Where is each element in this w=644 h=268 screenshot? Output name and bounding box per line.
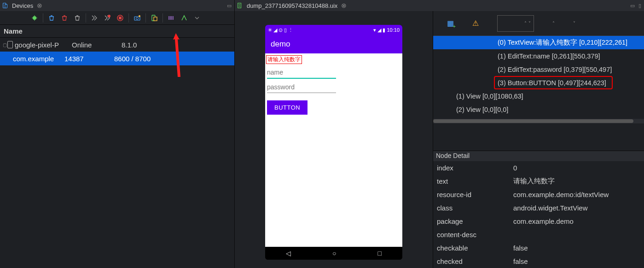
devices-tab-header: Devices ⊗ ▭	[0, 0, 234, 11]
svg-rect-1	[5, 4, 7, 8]
wechat-icon: ✳	[268, 27, 272, 33]
sim-icon: ▯	[284, 27, 287, 33]
trash-blue-icon[interactable]	[46, 12, 58, 23]
tree-node[interactable]: (3) Button:BUTTON [0,497][244,623]	[433, 76, 644, 89]
trash-red-icon[interactable]	[58, 12, 70, 23]
name-input[interactable]	[267, 67, 336, 79]
dump-close-icon[interactable]: ⊗	[339, 2, 348, 9]
threads-stop-icon[interactable]	[101, 12, 113, 23]
svg-rect-5	[119, 17, 122, 19]
threads-icon[interactable]	[88, 12, 100, 23]
tree-node[interactable]: (1) EditText:name [0,261][550,379]	[433, 49, 644, 63]
svg-point-7	[136, 17, 139, 19]
chevron-up-icon[interactable]: ˄	[524, 21, 527, 26]
detail-row: resource-idcom.example.demo:id/textView	[433, 188, 644, 201]
dump-title: dump_2377160957432810488.uix	[247, 2, 337, 9]
phone-content: 请输入纯数字 BUTTON	[265, 53, 402, 247]
devices-panel: Devices ⊗ ▭ Name ▢ google-pixel-	[0, 0, 235, 268]
phone-appbar: demo	[265, 35, 402, 53]
node-detail-table: index0 text请输入纯数字 resource-idcom.example…	[433, 161, 644, 268]
password-input[interactable]	[267, 82, 336, 93]
phone-icon	[7, 41, 13, 48]
bug-start-icon[interactable]	[29, 12, 41, 23]
submit-button[interactable]: BUTTON	[267, 100, 307, 115]
svg-point-8	[139, 15, 140, 17]
nav-home-icon[interactable]: ○	[332, 250, 336, 257]
stop-icon[interactable]	[114, 12, 126, 23]
detail-row: text请输入纯数字	[433, 175, 644, 188]
svg-point-3	[108, 15, 110, 17]
nav-back-icon[interactable]: ◁	[286, 250, 291, 257]
device-row[interactable]: ▢ google-pixel-P Online 8.1.0	[0, 38, 234, 52]
hierarchy-tree[interactable]: (0) TextView:请输入纯数字 [0,210][222,261] (1)…	[433, 36, 644, 151]
process-row[interactable]: com.example 14387 8600 / 8700	[0, 52, 234, 65]
detail-row: checkablefalse	[433, 241, 644, 255]
inspector-panel: ▦+ ⚠ ˄ ˅ ˄ ˅ (0) TextView:请输入纯数字 [0,210]…	[433, 11, 644, 268]
phone-time: 10:10	[387, 27, 400, 33]
tree-node[interactable]: (0) TextView:请输入纯数字 [0,210][222,261]	[433, 36, 644, 49]
signal-icon: ◢	[273, 27, 277, 33]
search-combo[interactable]: ˄ ˅	[497, 15, 534, 32]
next-icon[interactable]: ˅	[573, 21, 575, 26]
phone-navbar: ◁ ○ □	[265, 247, 402, 260]
node-detail-title: Node Detail	[433, 151, 644, 161]
minimize-icon[interactable]: ▭	[629, 3, 636, 9]
cell-icon: ◢	[377, 27, 381, 33]
tree-scrollbar[interactable]	[433, 119, 644, 123]
dev-icon: ⋮	[288, 27, 293, 33]
inspector-toolbar: ▦+ ⚠ ˄ ˅ ˄ ˅	[433, 11, 644, 36]
detail-row: checkedfalse	[433, 255, 644, 268]
clock-icon: ⊙	[278, 27, 283, 33]
dump-panel: dump_2377160957432810488.uix ⊗ ▭ ▯ ✳ ◢ ⊙…	[235, 0, 644, 268]
dump-tab-header: dump_2377160957432810488.uix ⊗ ▭ ▯	[235, 0, 644, 11]
expand-all-icon[interactable]: ▦+	[447, 19, 454, 28]
tree-node[interactable]: (2) View [0,0][0,0]	[433, 103, 644, 116]
wifi-icon: ▾	[373, 27, 376, 33]
trash-gray-icon[interactable]	[71, 12, 83, 23]
detail-row: classandroid.widget.TextView	[433, 201, 644, 215]
phone-statusbar: ✳ ◢ ⊙ ▯ ⋮ ▾ ◢ ▮ 10:10	[265, 25, 402, 35]
detail-row: content-desc	[433, 228, 644, 241]
devices-table-header: Name	[0, 25, 234, 38]
dump-file-icon	[237, 2, 243, 9]
detail-row: packagecom.example.demo	[433, 215, 644, 228]
svg-rect-10	[154, 17, 157, 21]
chevron-down-icon[interactable]: ˅	[528, 21, 531, 26]
phone-screen[interactable]: ✳ ◢ ⊙ ▯ ⋮ ▾ ◢ ▮ 10:10 demo	[265, 25, 402, 260]
node-detail-panel: Node Detail index0 text请输入纯数字 resource-i…	[433, 151, 644, 268]
prev-icon[interactable]: ˄	[552, 21, 555, 26]
maximize-icon[interactable]: ▯	[638, 3, 642, 9]
devices-title: Devices	[12, 2, 33, 9]
expand-twisty-icon[interactable]: ▢	[3, 42, 7, 47]
battery-icon: ▮	[383, 27, 385, 33]
devices-table: Name ▢ google-pixel-P Online 8.1.0 com.e…	[0, 25, 234, 65]
selected-node-highlight: 请输入纯数字	[266, 55, 302, 64]
warning-icon[interactable]: ⚠	[472, 19, 479, 28]
detail-row: index0	[433, 161, 644, 175]
systrace-icon[interactable]	[165, 12, 177, 23]
tree-node[interactable]: (1) View [0,0][1080,63]	[433, 89, 644, 103]
minimize-icon[interactable]: ▭	[226, 3, 232, 9]
camera-icon[interactable]	[131, 12, 143, 23]
dropdown-icon[interactable]	[191, 12, 203, 23]
devices-toolbar	[0, 11, 234, 25]
tree-node[interactable]: (2) EditText:password [0,379][550,497]	[433, 63, 644, 76]
hierarchy-green-icon[interactable]	[178, 12, 190, 23]
screenshot-area: ✳ ◢ ⊙ ▯ ⋮ ▾ ◢ ▮ 10:10 demo	[235, 11, 433, 268]
devices-icon	[2, 2, 8, 9]
ui-dump-icon[interactable]	[148, 12, 160, 23]
nav-recent-icon[interactable]: □	[378, 250, 382, 257]
svg-point-2	[33, 16, 36, 20]
devices-close-icon[interactable]: ⊗	[35, 2, 44, 9]
